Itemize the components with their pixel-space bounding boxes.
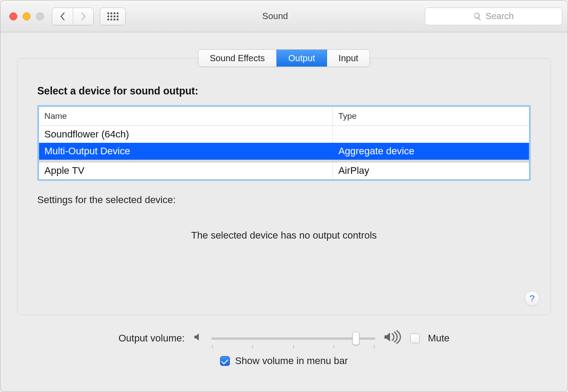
column-type[interactable]: Type bbox=[333, 107, 529, 125]
window-zoom-button[interactable] bbox=[36, 12, 44, 20]
help-button[interactable]: ? bbox=[525, 291, 540, 306]
device-name: Soundflower (64ch) bbox=[39, 126, 333, 143]
device-row[interactable]: Apple TV AirPlay bbox=[39, 162, 529, 179]
show-volume-menubar-row: Show volume in menu bar bbox=[17, 355, 551, 367]
titlebar: Sound Search bbox=[0, 0, 568, 32]
tab-input[interactable]: Input bbox=[327, 50, 370, 67]
tab-output[interactable]: Output bbox=[276, 50, 327, 67]
output-volume-slider[interactable] bbox=[211, 332, 375, 345]
device-type bbox=[333, 126, 529, 143]
output-volume-label: Output volume: bbox=[118, 333, 185, 344]
device-type: AirPlay bbox=[333, 162, 529, 179]
search-icon bbox=[473, 12, 482, 21]
chevron-right-icon bbox=[80, 12, 87, 20]
sound-tabs: Sound Effects Output Input bbox=[198, 49, 371, 67]
device-row[interactable]: Soundflower (64ch) bbox=[39, 126, 529, 143]
show-volume-menubar-checkbox[interactable] bbox=[220, 356, 230, 366]
search-placeholder: Search bbox=[485, 11, 513, 21]
chevron-left-icon bbox=[59, 12, 66, 20]
back-button[interactable] bbox=[52, 8, 73, 25]
nav-back-forward bbox=[52, 8, 94, 25]
help-icon: ? bbox=[529, 294, 534, 304]
slider-thumb[interactable] bbox=[352, 332, 359, 345]
show-all-button[interactable] bbox=[100, 8, 126, 25]
tab-sound-effects[interactable]: Sound Effects bbox=[198, 50, 276, 67]
search-input[interactable]: Search bbox=[425, 8, 562, 25]
window-title: Sound bbox=[262, 11, 288, 21]
output-heading: Select a device for sound output: bbox=[37, 85, 531, 97]
speaker-max-icon bbox=[383, 330, 402, 346]
window-close-button[interactable] bbox=[9, 12, 17, 20]
device-table: Name Type Soundflower (64ch) Multi-Outpu… bbox=[37, 105, 531, 181]
device-name: Apple TV bbox=[39, 162, 333, 179]
show-volume-menubar-label: Show volume in menu bar bbox=[235, 355, 348, 367]
content: Sound Effects Output Input Select a devi… bbox=[0, 32, 568, 392]
mute-label: Mute bbox=[428, 333, 450, 344]
slider-track bbox=[211, 337, 375, 340]
slider-ticks bbox=[211, 345, 375, 349]
grid-icon bbox=[107, 12, 118, 20]
sound-preferences-window: Sound Search Sound Effects Output Input … bbox=[0, 0, 568, 392]
device-row[interactable]: Multi-Output Device Aggregate device bbox=[39, 143, 529, 160]
no-output-controls-message: The selected device has no output contro… bbox=[37, 230, 531, 241]
window-minimize-button[interactable] bbox=[23, 12, 31, 20]
mute-checkbox[interactable] bbox=[410, 333, 420, 343]
output-panel: Select a device for sound output: Name T… bbox=[17, 58, 551, 315]
traffic-lights bbox=[6, 12, 46, 20]
output-volume-row: Output volume: Mute bbox=[17, 330, 551, 346]
settings-label: Settings for the selected device: bbox=[37, 194, 531, 206]
speaker-min-icon bbox=[193, 332, 203, 345]
forward-button[interactable] bbox=[73, 8, 93, 25]
column-name[interactable]: Name bbox=[39, 107, 333, 125]
device-table-header: Name Type bbox=[39, 107, 529, 126]
device-name: Multi-Output Device bbox=[39, 143, 333, 160]
device-type: Aggregate device bbox=[333, 143, 529, 160]
